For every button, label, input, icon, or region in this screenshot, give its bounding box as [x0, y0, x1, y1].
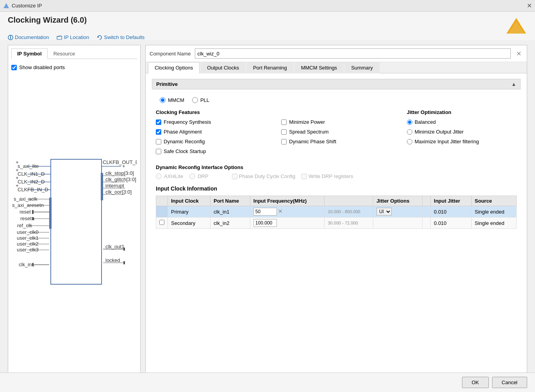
col-header-source: Source	[471, 196, 516, 206]
ip-location-link[interactable]: IP Location	[57, 34, 89, 40]
svg-rect-30	[32, 217, 34, 220]
row1-jitter-select[interactable]: UI ps	[376, 208, 392, 216]
ip-diagram: + s_axi_lite + CLK_IN1_D + CLK_IN2_D + C…	[12, 151, 137, 300]
cancel-button[interactable]: Cancel	[492, 377, 527, 388]
left-panel-tabs: IP Symbol Resource	[11, 48, 137, 59]
drp-label: DRP	[198, 173, 208, 179]
safe-clock-startup-label: Safe Clock Startup	[164, 148, 206, 154]
row2-source: Single ended	[471, 217, 516, 229]
input-clock-table: Input Clock Port Name Input Frequency(MH…	[156, 196, 517, 229]
jitter-minimize-output-radio[interactable]	[407, 129, 412, 135]
jitter-maximize-input-label: Maximize Input Jitter filtering	[415, 139, 479, 144]
spread-spectrum-option[interactable]: Spread Spectrum	[281, 129, 391, 135]
freq-synthesis-checkbox[interactable]	[156, 119, 161, 125]
jitter-balanced-option[interactable]: Balanced	[407, 119, 517, 125]
freq-synthesis-option[interactable]: Frequency Synthesis	[156, 119, 266, 125]
dynamic-reconfig-checkbox[interactable]	[156, 139, 161, 144]
minimize-power-option[interactable]: Minimize Power	[281, 119, 391, 125]
row2-enable-checkbox[interactable]	[159, 220, 164, 225]
write-drp-option: Write DRP registers	[301, 173, 353, 179]
tab-summary[interactable]: Summary	[344, 62, 380, 73]
xilinx-logo	[506, 17, 527, 34]
svg-text:CLKFB_IN_D: CLKFB_IN_D	[18, 187, 48, 192]
primitive-pll-radio[interactable]	[192, 97, 198, 103]
tab-ip-symbol[interactable]: IP Symbol	[11, 48, 48, 59]
show-disabled-label: Show disabled ports	[19, 64, 65, 70]
col-header-checkbox	[156, 196, 168, 206]
row1-frequency-input[interactable]	[253, 208, 277, 216]
axi4lite-radio	[156, 173, 162, 179]
dynamic-reconfig-option[interactable]: Dynamic Reconfig	[156, 139, 266, 144]
tab-mmcm-settings[interactable]: MMCM Settings	[294, 62, 344, 73]
phase-alignment-checkbox[interactable]	[156, 129, 161, 135]
jitter-minimize-output-option[interactable]: Minimize Output Jitter	[407, 129, 517, 135]
tab-content-clocking-options: Primitive ▲ MMCM PLL Clocking Features	[146, 73, 527, 376]
dynreconfig-row: AXI4Lite DRP Phase Duty Cycle Config	[156, 173, 517, 179]
row1-active-indicator	[156, 206, 168, 217]
show-disabled-checkbox[interactable]	[11, 65, 17, 70]
axi4lite-option[interactable]: AXI4Lite	[156, 173, 183, 179]
tab-output-clocks[interactable]: Output Clocks	[200, 62, 246, 73]
primitive-collapse-button[interactable]: ▲	[511, 81, 516, 87]
primitive-mmcm-option[interactable]: MMCM	[160, 97, 184, 103]
info-icon: i	[8, 35, 13, 40]
row1-input-clock: Primary	[168, 206, 210, 217]
svg-rect-27	[32, 210, 34, 214]
primitive-pll-option[interactable]: PLL	[192, 97, 209, 103]
component-name-label: Component Name	[150, 51, 191, 57]
safe-clock-startup-option[interactable]: Safe Clock Startup	[156, 148, 266, 154]
write-drp-label: Write DRP registers	[309, 173, 353, 179]
svg-text:i: i	[10, 35, 11, 40]
phase-alignment-option[interactable]: Phase Alignment	[156, 129, 266, 135]
content-area: IP Symbol Resource Show disabled ports +…	[0, 45, 535, 386]
switch-defaults-link[interactable]: Switch to Defaults	[97, 34, 144, 40]
left-panel: IP Symbol Resource Show disabled ports +…	[8, 45, 141, 382]
jitter-maximize-input-option[interactable]: Maximize Input Jitter filtering	[407, 139, 517, 144]
row1-frequency-clear[interactable]: ✕	[278, 208, 283, 214]
col-header-port-name: Port Name	[210, 196, 250, 206]
ip-symbol-area: + s_axi_lite + CLK_IN1_D + CLK_IN2_D + C…	[11, 73, 137, 379]
dynamic-phase-shift-option[interactable]: Dynamic Phase Shift	[281, 139, 391, 144]
svg-text:user_clk0: user_clk0	[17, 229, 39, 235]
row2-input-clock: Secondary	[168, 217, 210, 229]
svg-text:user_clk3: user_clk3	[17, 247, 39, 253]
phase-duty-cycle-label: Phase Duty Cycle Config	[239, 173, 296, 179]
row1-port-name: clk_in1	[210, 206, 250, 217]
svg-marker-0	[4, 3, 9, 8]
jitter-minimize-output-label: Minimize Output Jitter	[415, 129, 464, 135]
jitter-col: Jitter Optimization Balanced Minimize Ou…	[407, 109, 517, 158]
tab-port-renaming[interactable]: Port Renaming	[246, 62, 294, 73]
row2-input-jitter: 0.010	[431, 217, 472, 229]
jitter-maximize-input-radio[interactable]	[407, 139, 412, 144]
component-name-input[interactable]	[195, 48, 511, 59]
component-name-clear-button[interactable]: ✕	[515, 50, 523, 57]
primitive-mmcm-radio[interactable]	[160, 97, 166, 103]
dynreconfig-radios: AXI4Lite DRP	[156, 173, 209, 179]
ok-button[interactable]: OK	[462, 377, 489, 388]
row1-jitter-option: UI ps	[373, 206, 422, 217]
clocking-features-col2: . Minimize Power Spread Spectrum Dynamic…	[281, 109, 391, 158]
safe-clock-startup-checkbox[interactable]	[156, 149, 161, 154]
tab-resource[interactable]: Resource	[48, 48, 81, 59]
drp-option[interactable]: DRP	[189, 173, 208, 179]
svg-text:locked: locked	[105, 257, 120, 263]
tab-clocking-options[interactable]: Clocking Options	[148, 62, 200, 73]
documentation-link[interactable]: i Documentation	[8, 34, 49, 40]
minimize-power-label: Minimize Power	[289, 119, 325, 125]
svg-text:clk_oor[3:0]: clk_oor[3:0]	[105, 189, 132, 195]
dynreconfig-checks: Phase Duty Cycle Config Write DRP regist…	[232, 173, 353, 179]
row2-jitter-dropdown	[422, 217, 430, 229]
svg-text:CLKFB_OUT_D: CLKFB_OUT_D	[103, 159, 137, 165]
svg-text:ref_clk: ref_clk	[17, 223, 32, 228]
minimize-power-checkbox[interactable]	[281, 119, 287, 125]
close-button[interactable]: ✕	[527, 2, 532, 9]
spread-spectrum-checkbox[interactable]	[281, 129, 287, 135]
dynamic-phase-shift-checkbox[interactable]	[281, 139, 287, 144]
svg-text:CLK_IN1_D: CLK_IN1_D	[18, 171, 45, 177]
jitter-balanced-radio[interactable]	[407, 119, 412, 125]
row2-frequency-input[interactable]	[253, 219, 277, 227]
svg-text:interrupt: interrupt	[105, 183, 124, 189]
primitive-options: MMCM PLL	[152, 94, 521, 109]
app-header: Clocking Wizard (6.0) i Documentation IP…	[0, 12, 535, 40]
input-clock-section: Input Clock Information Input Clock Port…	[152, 185, 521, 235]
